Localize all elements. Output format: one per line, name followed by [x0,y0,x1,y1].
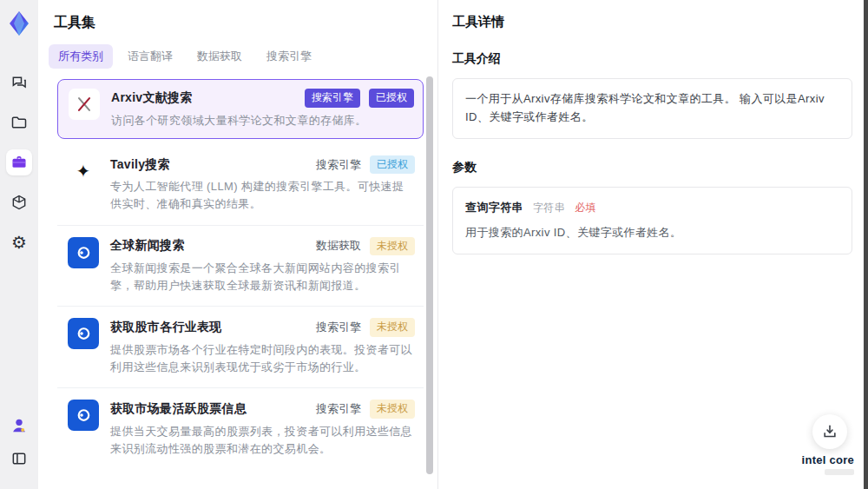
tool-badges: 搜索引擎 已授权 [298,89,414,108]
tool-description: 访问各个研究领域大量科学论文和文章的存储库。 [111,112,414,129]
tool-name: 获取股市各行业表现 [110,320,222,335]
tool-card-body: Arxiv文献搜索 搜索引擎 已授权 访问各个研究领域大量科学论文和文章的存储库… [111,89,414,129]
download-icon [821,423,838,440]
params-heading: 参数 [452,160,852,175]
screen-edge-strip [864,0,868,489]
tool-card-body: 全球新闻搜索 数据获取 未授权 全球新闻搜索是一个聚合全球各大新闻网站内容的搜索… [110,237,415,295]
intro-heading: 工具介绍 [452,51,852,67]
avatar-icon user-profile[interactable] [6,413,32,439]
collapse-sidebar-icon[interactable] [6,446,32,472]
gear-icon settings[interactable]: ⚙ [6,229,32,255]
param-description: 用于搜索的Arxiv ID、关键字或作者姓名。 [465,224,839,242]
star-glyph: ✦ [76,162,91,180]
tavily-star-icon: ✦ [68,155,99,187]
app-logo gem-logo-icon [7,10,31,36]
tool-name: Tavily搜索 [110,157,170,173]
category-label: 搜索引擎 [316,157,361,173]
tab-all-categories[interactable]: 所有类别 [49,44,113,69]
tool-list-panel: 工具集 所有类别 语言翻译 数据获取 搜索引擎 Arxiv文献搜索 [38,0,438,489]
auth-status-badge: 未授权 [370,318,415,337]
chat-icon[interactable] [6,69,32,96]
tool-card-tavily[interactable]: ✦ Tavily搜索 搜索引擎 已授权 专为人工智能代理 (LLM) 构建的搜索… [57,144,424,226]
param-header: 查询字符串 字符串 必填 [465,199,839,217]
briefcase-icon rail-item-tools[interactable] [6,149,32,175]
gear-glyph: ⚙ [11,234,27,251]
tool-list: Arxiv文献搜索 搜索引擎 已授权 访问各个研究领域大量科学论文和文章的存储库… [38,76,437,468]
active-stocks-icon [68,400,99,431]
tool-detail-panel: 工具详情 工具介绍 一个用于从Arxiv存储库搜索科学论文和文章的工具。 输入可… [438,0,868,489]
tool-name: Arxiv文献搜索 [111,90,193,106]
category-label: 搜索引擎 [316,401,361,417]
intro-box: 一个用于从Arxiv存储库搜索科学论文和文章的工具。 输入可以是Arxiv ID… [452,78,852,139]
tool-name: 获取市场最活跃股票信息 [110,401,247,417]
cube-icon[interactable] [6,189,32,215]
download-button[interactable] [812,414,847,449]
auth-status-badge: 已授权 [370,155,415,175]
auth-status-badge: 已授权 [369,89,414,108]
tool-card-global-news[interactable]: 全球新闻搜索 数据获取 未授权 全球新闻搜索是一个聚合全球各大新闻网站内容的搜索… [57,226,424,307]
tool-card-arxiv[interactable]: Arxiv文献搜索 搜索引擎 已授权 访问各个研究领域大量科学论文和文章的存储库… [57,79,424,139]
tool-card-body: 获取股市各行业表现 搜索引擎 未授权 提供股票市场各个行业在特定时间段内的表现。… [110,318,415,376]
tool-description: 提供股票市场各个行业在特定时间段内的表现。投资者可以利用这些信息来识别表现优于或… [110,341,415,376]
tool-badges: 搜索引擎 已授权 [309,155,415,175]
brand-mark: intel core [802,453,854,475]
param-name: 查询字符串 [465,201,523,214]
tool-badges: 搜索引擎 未授权 [309,400,415,419]
intel-core-logo: intel core [802,453,854,466]
detail-title: 工具详情 [452,14,852,30]
tab-language-translation[interactable]: 语言翻译 [118,44,182,69]
tool-card-body: Tavily搜索 搜索引擎 已授权 专为人工智能代理 (LLM) 构建的搜索引擎… [110,155,415,214]
auth-status-badge: 未授权 [370,237,415,256]
tool-card-body: 获取市场最活跃股票信息 搜索引擎 未授权 提供当天交易量最高的股票列表，投资者可… [110,400,415,458]
category-tabs: 所有类别 语言翻译 数据获取 搜索引擎 [49,44,427,69]
list-scrollbar[interactable] [426,76,433,474]
tool-description: 全球新闻搜索是一个聚合全球各大新闻网站内容的搜索引擎，帮助用户快速获取全球最新资… [110,260,415,294]
category-label: 数据获取 [316,238,361,254]
left-rail: ⚙ [0,0,38,489]
tool-description: 提供当天交易量最高的股票列表，投资者可以利用这些信息来识别流动性强的股票和潜在的… [110,423,415,458]
tool-description: 专为人工智能代理 (LLM) 构建的搜索引擎工具。可快速提供实时、准确和真实的结… [110,178,415,213]
category-badge: 搜索引擎 [305,89,360,108]
rail-bottom-group [6,413,32,479]
tab-search-engine[interactable]: 搜索引擎 [257,44,321,69]
auth-status-badge: 未授权 [370,400,415,419]
tool-badges: 搜索引擎 未授权 [309,318,415,337]
category-label: 搜索引擎 [316,320,361,335]
news-search-icon [68,237,99,268]
param-type: 字符串 [533,202,565,214]
tool-badges: 数据获取 未授权 [309,237,415,256]
tab-data-fetch[interactable]: 数据获取 [187,44,252,69]
param-box: 查询字符串 字符串 必填 用于搜索的Arxiv ID、关键字或作者姓名。 [452,187,852,255]
tool-card-stock-sector[interactable]: 获取股市各行业表现 搜索引擎 未授权 提供股票市场各个行业在特定时间段内的表现。… [57,307,424,388]
arxiv-logo-icon [69,89,100,120]
intro-text: 一个用于从Arxiv存储库搜索科学论文和文章的工具。 输入可以是Arxiv ID… [465,92,825,123]
tool-card-active-stocks[interactable]: 获取市场最活跃股票信息 搜索引擎 未授权 提供当天交易量最高的股票列表，投资者可… [57,388,424,468]
app-window: ⚙ 工具集 所有类别 语言翻译 数据获取 搜索引擎 [0,0,868,489]
page-title: 工具集 [54,14,437,32]
stock-sector-icon [68,318,99,349]
param-required-badge: 必填 [575,202,596,214]
tool-name: 全球新闻搜索 [110,238,185,254]
brand-subtext-bar [825,469,854,475]
folder-icon[interactable] [6,109,32,135]
